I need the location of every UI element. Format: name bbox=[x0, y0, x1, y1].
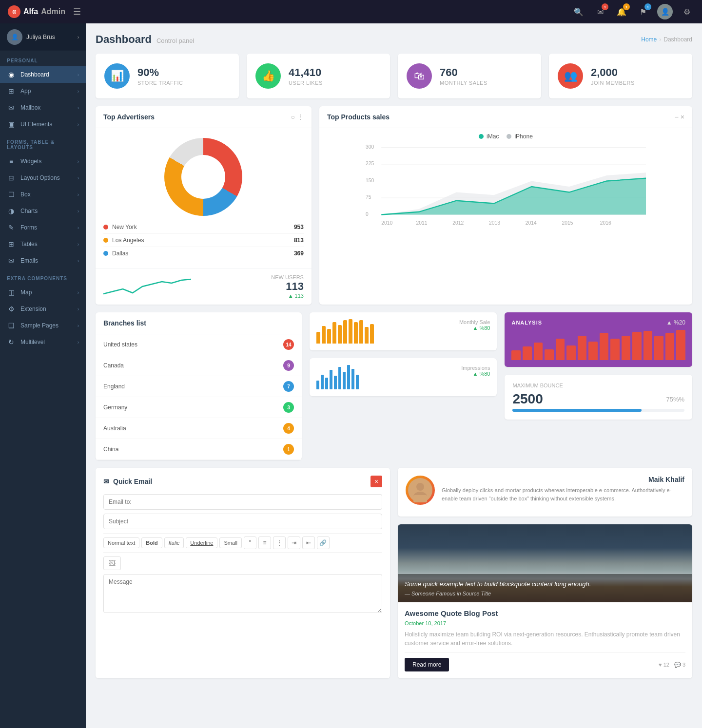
bounce-card: MAXIMUM BOUNCE 2500 75%% bbox=[505, 375, 692, 420]
sidebar-item-forms[interactable]: ✎ Forms › bbox=[0, 219, 86, 236]
flags-button[interactable]: ⚑ 1 bbox=[636, 4, 650, 19]
sidebar-item-multilevel[interactable]: ↻ Multilevel › bbox=[0, 334, 86, 350]
mail-badge: 1 bbox=[602, 3, 608, 10]
a-bar-5 bbox=[556, 339, 565, 360]
sidebar-item-extension[interactable]: ⚙ Extension › bbox=[0, 301, 86, 317]
read-more-button[interactable]: Read more bbox=[405, 658, 449, 671]
ordered-list-button[interactable]: ⋮ bbox=[273, 536, 286, 549]
advertisers-products-row: Top Advertisers ○ ⋮ New York 953 bbox=[96, 106, 692, 305]
charts-icon: ◑ bbox=[7, 207, 16, 215]
close-email-button[interactable]: × bbox=[370, 476, 382, 487]
a-bar-8 bbox=[588, 342, 598, 360]
analysis-card: ANALYSIS ▲ %20 bbox=[505, 312, 692, 367]
page-header: Dashboard Control panel Home › Dashboard bbox=[96, 33, 692, 46]
logo-text-alfa: Alfa bbox=[23, 7, 38, 16]
sidebar-label-charts: Charts bbox=[20, 208, 73, 214]
multilevel-icon: ↻ bbox=[7, 338, 16, 346]
indent-button[interactable]: ⇥ bbox=[288, 536, 300, 549]
branches-header: Branches list bbox=[96, 312, 302, 334]
sidebar-user-arrow-icon: › bbox=[78, 35, 79, 40]
sidebar-item-charts[interactable]: ◑ Charts › bbox=[0, 203, 86, 219]
notifications-button[interactable]: 🔔 1 bbox=[614, 4, 629, 19]
bold-button[interactable]: Bold bbox=[141, 537, 162, 548]
svg-text:2015: 2015 bbox=[562, 220, 573, 226]
outdent-button[interactable]: ⇤ bbox=[302, 536, 315, 549]
user-avatar-nav[interactable]: 👤 bbox=[657, 4, 673, 19]
layout-icon: ⊟ bbox=[7, 174, 16, 182]
sidebar-item-mailbox[interactable]: ✉ Mailbox › bbox=[0, 99, 86, 116]
analysis-change: ▲ %20 bbox=[666, 319, 685, 326]
list-button[interactable]: ≡ bbox=[258, 536, 271, 549]
sales-label: MONTHLY SALES bbox=[440, 80, 532, 86]
bar-2 bbox=[322, 326, 326, 344]
sidebar: 👤 Juliya Brus › PERSONAL ◉ Dashboard › ⊞… bbox=[0, 23, 86, 728]
legend-label-losangeles: Los Angeles bbox=[103, 237, 144, 244]
sidebar-label-app: App bbox=[20, 88, 73, 95]
sales-icon: 🛍 bbox=[407, 63, 432, 89]
sparkline-value: 113 bbox=[271, 280, 304, 293]
sidebar-user-profile[interactable]: 👤 Juliya Brus › bbox=[0, 23, 86, 51]
imp-bar-10 bbox=[356, 375, 359, 389]
branch-badge-canada: 9 bbox=[283, 360, 294, 371]
profile-name-area: Maik Khalif bbox=[442, 476, 684, 483]
app-logo[interactable]: α AlfaAdmin bbox=[8, 5, 65, 18]
image-upload-button[interactable]: 🖼 bbox=[103, 556, 121, 570]
blog-content: Awesome Quote Blog Post October 10, 2017… bbox=[398, 602, 692, 678]
breadcrumb-home[interactable]: Home bbox=[641, 36, 657, 43]
sidebar-item-tables[interactable]: ⊞ Tables › bbox=[0, 236, 86, 252]
small-button[interactable]: Small bbox=[219, 537, 242, 548]
ui-elements-icon: ▣ bbox=[7, 120, 16, 128]
quote-button[interactable]: " bbox=[244, 536, 256, 549]
link-button[interactable]: 🔗 bbox=[317, 536, 330, 549]
email-message-field[interactable] bbox=[103, 574, 382, 613]
sidebar-item-app[interactable]: ⊞ App › bbox=[0, 83, 86, 99]
sidebar-item-box[interactable]: ☐ Box › bbox=[0, 186, 86, 203]
bar-5 bbox=[338, 325, 342, 344]
sidebar-item-sample-pages[interactable]: ❑ Sample Pages › bbox=[0, 317, 86, 334]
donut-chart-container bbox=[96, 128, 312, 221]
imp-bar-7 bbox=[343, 372, 346, 389]
quick-email-title: ✉ Quick Email bbox=[103, 478, 152, 485]
bounce-label: MAXIMUM BOUNCE bbox=[512, 383, 684, 388]
sidebar-item-emails[interactable]: ✉ Emails › bbox=[0, 252, 86, 269]
hamburger-menu[interactable]: ☰ bbox=[73, 6, 81, 17]
a-bar-2 bbox=[523, 346, 532, 360]
sidebar-item-layout[interactable]: ⊟ Layout Options › bbox=[0, 170, 86, 186]
normal-text-button[interactable]: Normal text bbox=[103, 537, 139, 548]
a-bar-14 bbox=[654, 336, 663, 360]
imp-bar-2 bbox=[321, 375, 324, 389]
logo-icon: α bbox=[8, 5, 20, 18]
bounce-percent: 75%% bbox=[666, 392, 684, 407]
widgets-icon: ≡ bbox=[7, 157, 16, 165]
legend-iphone: iPhone bbox=[507, 133, 532, 140]
analysis-title: ANALYSIS bbox=[511, 320, 542, 326]
sidebar-item-dashboard[interactable]: ◉ Dashboard › bbox=[0, 66, 86, 83]
bar-6 bbox=[343, 320, 347, 344]
blog-quote-author: — Someone Famous in Source Title bbox=[405, 591, 685, 596]
italic-button[interactable]: Italic bbox=[164, 537, 184, 548]
sidebar-item-map[interactable]: ◫ Map › bbox=[0, 284, 86, 301]
sidebar-item-widgets[interactable]: ≡ Widgets › bbox=[0, 153, 86, 170]
members-icon: 👥 bbox=[558, 63, 583, 89]
email-to-field[interactable] bbox=[103, 494, 382, 510]
quick-email-card: ✉ Quick Email × Normal text Bold Italic … bbox=[96, 468, 390, 678]
email-subject-field[interactable] bbox=[103, 514, 382, 529]
search-button[interactable]: 🔍 bbox=[571, 4, 586, 19]
profile-info: Maik Khalif Globally deploy clicks-and-m… bbox=[442, 476, 684, 502]
legend-dot-dallas bbox=[103, 251, 108, 256]
sidebar-item-ui-elements[interactable]: ▣ UI Elements › bbox=[0, 116, 86, 133]
sidebar-section-extra: EXTRA COMPONENTS bbox=[0, 269, 86, 284]
products-actions[interactable]: − × bbox=[675, 113, 684, 121]
likes-value: 41,410 bbox=[289, 66, 381, 79]
underline-button[interactable]: Underline bbox=[186, 537, 217, 548]
legend-item-newyork: New York 953 bbox=[103, 221, 304, 234]
settings-button[interactable]: ⚙ bbox=[680, 4, 694, 19]
mail-button[interactable]: ✉ 1 bbox=[593, 4, 607, 19]
advertisers-actions[interactable]: ○ ⋮ bbox=[291, 113, 304, 121]
imac-legend-dot bbox=[479, 134, 484, 139]
bell-badge: 1 bbox=[623, 3, 630, 10]
email-toolbar: Normal text Bold Italic Underline Small … bbox=[103, 533, 382, 553]
blog-date: October 10, 2017 bbox=[405, 620, 685, 626]
logo-text-admin: Admin bbox=[41, 7, 65, 16]
sidebar-arrow-multilevel: › bbox=[78, 340, 79, 345]
